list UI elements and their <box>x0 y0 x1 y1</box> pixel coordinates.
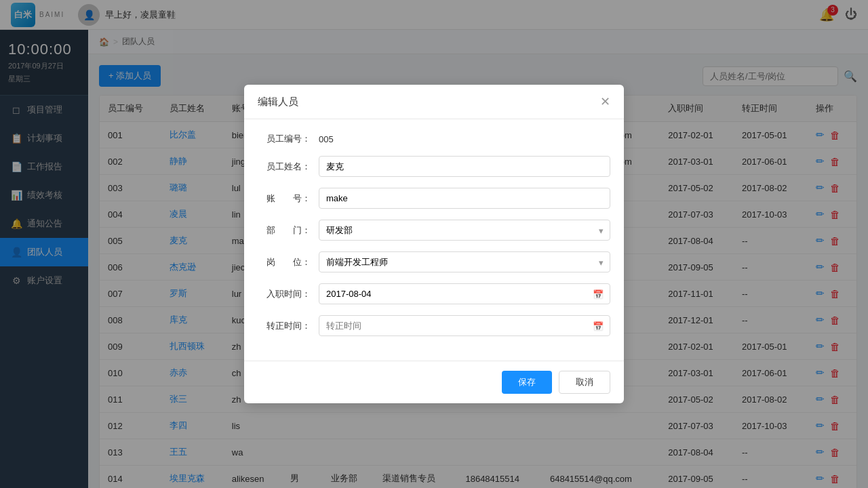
form-row-emp-id: 员工编号： 005 <box>258 133 610 145</box>
position-select-wrapper: 前端开发工程师后端开发工程师技术总监产品经理UI设计师 ▾ <box>319 251 610 272</box>
dept-select[interactable]: 研发部产品部业务部企划部运营部 <box>319 220 610 241</box>
modal-overlay: 编辑人员 ✕ 员工编号： 005 员工姓名： 账 号： 部 门： 研发部产品部业… <box>0 0 868 488</box>
modal-header: 编辑人员 ✕ <box>244 85 624 119</box>
join-date-input[interactable] <box>319 283 610 304</box>
emp-name-label: 员工姓名： <box>258 161 319 173</box>
save-button[interactable]: 保存 <box>502 371 552 394</box>
dept-select-wrapper: 研发部产品部业务部企划部运营部 ▾ <box>319 220 610 241</box>
form-row-position: 岗 位： 前端开发工程师后端开发工程师技术总监产品经理UI设计师 ▾ <box>258 251 610 272</box>
account-input[interactable] <box>319 188 610 209</box>
form-row-dept: 部 门： 研发部产品部业务部企划部运营部 ▾ <box>258 220 610 241</box>
position-label: 岗 位： <box>258 256 319 268</box>
regular-date-wrapper: 📅 <box>319 315 610 336</box>
modal-title: 编辑人员 <box>258 96 298 108</box>
emp-id-value: 005 <box>319 134 334 144</box>
cancel-button[interactable]: 取消 <box>559 371 610 394</box>
edit-member-modal: 编辑人员 ✕ 员工编号： 005 员工姓名： 账 号： 部 门： 研发部产品部业… <box>244 85 624 403</box>
account-label: 账 号： <box>258 192 319 205</box>
form-row-join-date: 入职时间： 📅 <box>258 283 610 304</box>
form-row-regular-date: 转正时间： 📅 <box>258 315 610 336</box>
emp-name-input[interactable] <box>319 156 610 177</box>
form-row-emp-name: 员工姓名： <box>258 156 610 177</box>
form-row-account: 账 号： <box>258 188 610 209</box>
modal-body: 员工编号： 005 员工姓名： 账 号： 部 门： 研发部产品部业务部企划部运营… <box>244 119 624 361</box>
join-date-wrapper: 📅 <box>319 283 610 304</box>
join-date-label: 入职时间： <box>258 288 319 300</box>
modal-close-button[interactable]: ✕ <box>600 94 610 109</box>
modal-footer: 保存 取消 <box>244 361 624 403</box>
regular-date-label: 转正时间： <box>258 320 319 332</box>
emp-id-label: 员工编号： <box>258 133 319 145</box>
position-select[interactable]: 前端开发工程师后端开发工程师技术总监产品经理UI设计师 <box>319 251 610 272</box>
dept-label: 部 门： <box>258 224 319 237</box>
regular-date-input[interactable] <box>319 315 610 336</box>
